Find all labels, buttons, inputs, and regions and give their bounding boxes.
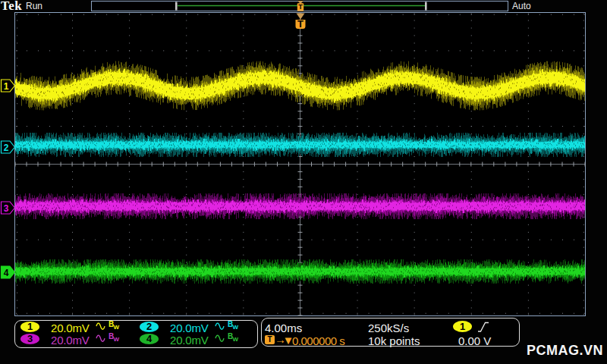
svg-text:1: 1 (4, 81, 9, 92)
svg-text:T: T (297, 18, 304, 30)
svg-text:2: 2 (4, 143, 9, 153)
svg-text:4: 4 (4, 268, 9, 278)
svg-text:T: T (298, 3, 303, 11)
svg-text:3: 3 (4, 203, 9, 214)
